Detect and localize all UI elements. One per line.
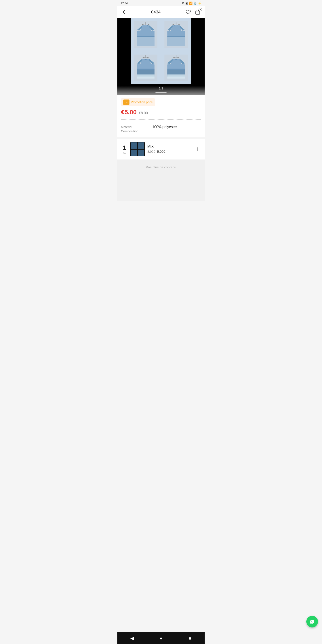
page-title: 6434 (151, 10, 160, 14)
material-label: MaterialComposition (121, 125, 152, 134)
svg-rect-4 (137, 37, 155, 46)
header-action-icons: 8 (185, 9, 201, 16)
image-gradient (118, 86, 204, 95)
status-time: 17:34 (120, 2, 128, 5)
plus-icon (195, 147, 200, 152)
decrease-quantity-button[interactable] (183, 146, 190, 153)
svg-rect-22 (131, 150, 137, 156)
variant-quantity: 1 x1 (121, 144, 128, 154)
svg-rect-11 (137, 69, 155, 70)
svg-rect-16 (168, 69, 185, 70)
status-icons: ⚙ ▣ 📶 📡 ⚡ (182, 2, 202, 5)
promo-text: Promotion price (131, 100, 153, 104)
wishlist-button[interactable] (185, 9, 191, 15)
quantity-label: x1 (123, 152, 126, 154)
variant-prices: 8.00€ 5.00€ (147, 150, 180, 154)
variant-info: MIX 8.00€ 5.00€ (147, 145, 180, 154)
quantity-number: 1 (122, 144, 126, 152)
svg-rect-13 (137, 74, 155, 78)
product-image-4 (161, 51, 191, 84)
dress-illustration-2 (164, 21, 188, 48)
variant-sale-price: 5.00€ (157, 150, 166, 154)
original-price: €8.00 (139, 111, 148, 115)
product-image-1 (131, 18, 161, 51)
promotion-badge: ↘ Promotion price (121, 98, 155, 106)
price-divider (121, 120, 201, 120)
variant-row: 1 x1 MIX 8.00€ 5.00€ (121, 142, 201, 156)
dress-illustration-4 (164, 54, 188, 81)
wifi-icon: 📶 (189, 2, 192, 5)
sim-icon: ▣ (185, 2, 188, 5)
increase-quantity-button[interactable] (194, 146, 201, 153)
variant-original-price: 8.00€ (147, 150, 155, 154)
product-image-grid (131, 18, 191, 84)
no-more-content: Pas plus de contenu (118, 160, 204, 174)
header: 6434 8 (118, 6, 204, 18)
settings-icon: ⚙ (182, 2, 184, 5)
no-more-line-left (121, 167, 144, 167)
svg-rect-3 (137, 36, 155, 37)
cart-badge: 8 (198, 8, 202, 11)
signal-icon: 📡 (194, 2, 197, 5)
material-value: 100% polyester (152, 125, 177, 129)
back-button[interactable] (121, 9, 127, 15)
svg-rect-20 (131, 142, 137, 149)
current-price: €5.00 (121, 109, 137, 116)
promo-icon: ↘ (123, 100, 130, 105)
minus-icon (184, 147, 189, 152)
heart-icon (185, 10, 191, 15)
cart-button[interactable]: 8 (194, 9, 201, 16)
product-image-2 (161, 18, 191, 51)
no-more-line-right (178, 167, 201, 167)
no-more-text: Pas plus de contenu (146, 165, 176, 169)
battery-icon: ⚡ (198, 2, 202, 5)
dress-illustration-1 (134, 21, 158, 48)
bottom-spacer (118, 174, 204, 201)
material-row: MaterialComposition 100% polyester (121, 123, 201, 137)
product-image-3 (131, 51, 161, 84)
product-image-container: 1/1 (118, 18, 204, 95)
svg-rect-21 (138, 142, 144, 149)
svg-rect-8 (168, 37, 185, 46)
promo-icon-symbol: ↘ (125, 100, 128, 104)
dress-illustration-3 (134, 54, 158, 81)
variant-name: MIX (147, 145, 180, 149)
svg-rect-0 (196, 11, 200, 14)
svg-rect-18 (168, 74, 185, 78)
svg-rect-7 (168, 36, 185, 37)
svg-rect-23 (138, 150, 144, 156)
product-info: ↘ Promotion price €5.00 €8.00 MaterialCo… (118, 95, 204, 137)
variant-thumb-image (130, 142, 145, 156)
variant-thumbnail (130, 142, 145, 156)
variant-controls (183, 146, 201, 153)
price-row: €5.00 €8.00 (121, 109, 201, 116)
back-icon (122, 10, 126, 14)
variant-section: 1 x1 MIX 8.00€ 5.00€ (118, 139, 204, 160)
status-bar: 17:34 ⚙ ▣ 📶 📡 ⚡ (118, 0, 204, 6)
